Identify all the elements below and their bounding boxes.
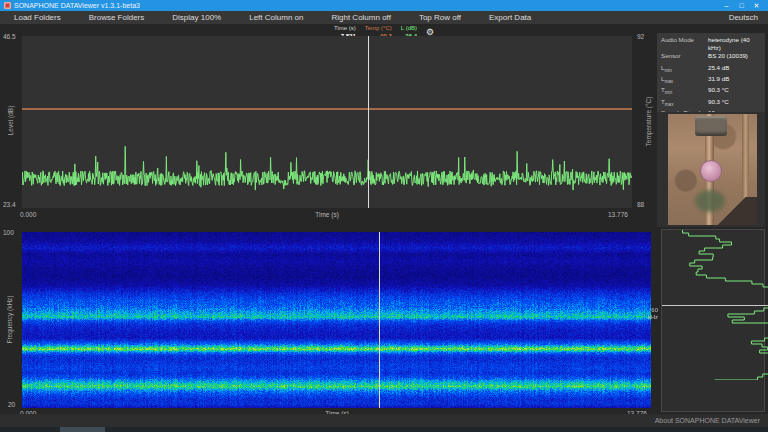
photo-panel	[657, 112, 765, 227]
temp-axis-label: Temperature (°C)	[645, 88, 652, 156]
spectrum-marker-label: 60 kHz	[644, 307, 658, 320]
level-axis-max: 46.5	[3, 33, 16, 40]
about-link[interactable]: About SONAPHONE DATAViewer	[655, 417, 760, 424]
left-column-toggle[interactable]: Left Column on	[235, 11, 317, 24]
minimize-button[interactable]: –	[719, 0, 734, 11]
waveform-x-start: 0.000	[20, 211, 36, 218]
freq-axis-max: 100	[3, 229, 14, 236]
waveform-time-cursor[interactable]	[368, 36, 369, 208]
info-row-audio-mode: Audio Mode heterodyne (40 kHz)	[661, 36, 761, 52]
right-column-toggle[interactable]: Right Column off	[317, 11, 404, 24]
level-axis-label: Level (dB)	[7, 98, 14, 144]
load-folders-button[interactable]: Load Folders	[0, 11, 75, 24]
spectrogram-plot[interactable]	[22, 232, 651, 408]
taskbar-strip	[0, 427, 768, 432]
taskbar-app-highlight[interactable]	[60, 427, 105, 432]
app-icon	[4, 2, 11, 9]
info-row-sensor: Sensor BS 20 (10039)	[661, 52, 761, 63]
info-row-lmin: Lmin 25.4 dB	[661, 64, 761, 75]
waveform-x-label: Time (s)	[297, 211, 357, 218]
waveform-plot[interactable]	[22, 36, 632, 208]
waveform-canvas[interactable]	[22, 36, 632, 208]
spectrogram-time-cursor[interactable]	[379, 232, 380, 408]
language-button[interactable]: Deutsch	[715, 11, 768, 24]
freq-axis-label: Frequency (kHz)	[6, 289, 13, 351]
measurement-info-panel: Audio Mode heterodyne (40 kHz) Sensor BS…	[657, 33, 765, 112]
waveform-x-end: 13.776	[608, 211, 628, 218]
info-row-lmax: Lmax 31.9 dB	[661, 75, 761, 86]
maximize-button[interactable]: □	[734, 0, 749, 11]
temp-axis-min: 88	[637, 201, 644, 208]
export-data-button[interactable]: Export Data	[475, 11, 545, 24]
menu-bar: Load Folders Browse Folders Display 100%…	[0, 11, 768, 24]
spectrum-plot[interactable]	[661, 229, 765, 412]
window-title: SONAPHONE DATAViewer v1.3.1-beta3	[14, 2, 140, 9]
top-row-toggle[interactable]: Top Row off	[405, 11, 475, 24]
level-axis-min: 23.4	[3, 201, 16, 208]
sensor-location-photo	[668, 114, 757, 225]
status-bar: About SONAPHONE DATAViewer	[0, 414, 768, 427]
temp-axis-max: 92	[637, 33, 644, 40]
spectrum-canvas[interactable]	[662, 230, 768, 380]
photo-valve-handle	[700, 160, 722, 182]
photo-shadow-corner	[713, 197, 757, 225]
sonaphone-dataviewer-window: SONAPHONE DATAViewer v1.3.1-beta3 – □ ✕ …	[0, 0, 768, 432]
spectrogram-canvas[interactable]	[22, 232, 651, 408]
display-zoom-button[interactable]: Display 100%	[158, 11, 235, 24]
title-bar[interactable]: SONAPHONE DATAViewer v1.3.1-beta3 – □ ✕	[0, 0, 768, 11]
close-button[interactable]: ✕	[749, 0, 764, 11]
browse-folders-button[interactable]: Browse Folders	[75, 11, 159, 24]
freq-axis-min: 20	[8, 401, 15, 408]
info-row-tmax: Tmax 90.3 °C	[661, 98, 761, 109]
info-row-tmin: Tmin 90.3 °C	[661, 86, 761, 97]
photo-flange	[695, 116, 727, 136]
